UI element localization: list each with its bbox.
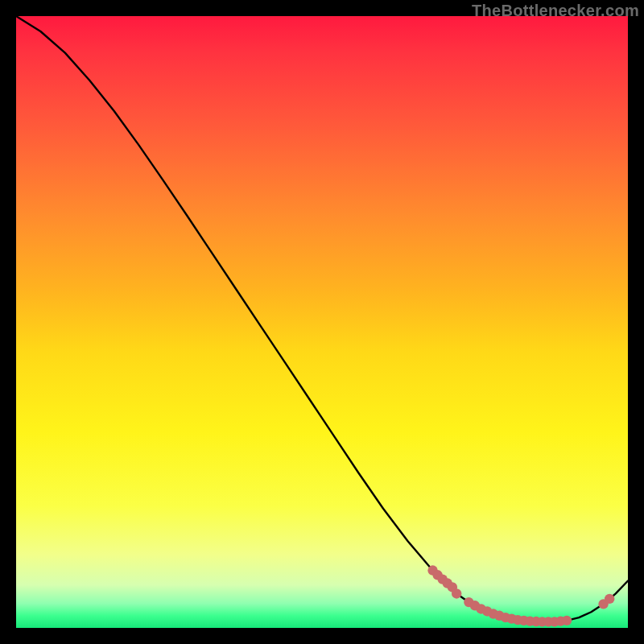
chart-svg (16, 16, 628, 628)
watermark-text: TheBottlenecker.com (472, 2, 639, 20)
chart-frame: TheBottlenecker.com (0, 0, 644, 644)
data-markers (427, 565, 614, 626)
data-marker (605, 594, 614, 604)
data-marker (562, 616, 572, 625)
bottleneck-curve (16, 16, 628, 621)
chart-plot-area (16, 16, 628, 628)
data-marker (452, 588, 461, 598)
